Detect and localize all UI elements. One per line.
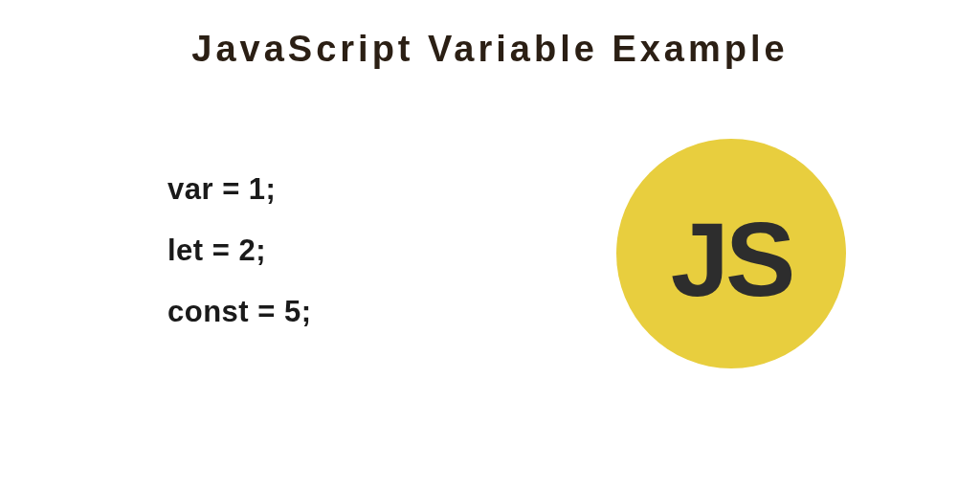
javascript-logo-badge: JS xyxy=(616,139,846,368)
javascript-logo-text: JS xyxy=(671,198,792,320)
code-example-block: var = 1; let = 2; const = 5; xyxy=(167,172,312,329)
page-title: JavaScript Variable Example xyxy=(0,29,980,70)
code-line: const = 5; xyxy=(167,295,312,329)
code-line: let = 2; xyxy=(167,234,312,268)
code-line: var = 1; xyxy=(167,172,312,207)
